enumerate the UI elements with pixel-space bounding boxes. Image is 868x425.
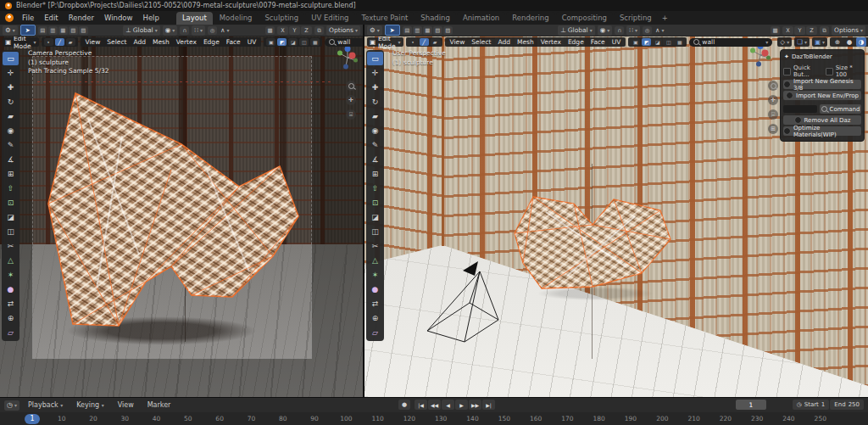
tool-add-cube[interactable]: ⊞	[367, 167, 383, 181]
tool-loop-cut[interactable]: ◫	[367, 225, 383, 238]
tool-poly-build[interactable]: △	[3, 254, 19, 267]
tool-edge-slide[interactable]: ⇄	[3, 297, 19, 310]
camera-view-icon[interactable]: ⌻	[768, 109, 778, 120]
mirror-axis-button[interactable]: Z	[806, 26, 817, 35]
menu-item[interactable]: Help	[137, 12, 164, 25]
current-frame-field[interactable]: 1	[736, 400, 766, 410]
pivot-dropdown[interactable]: ◉▾	[163, 25, 178, 36]
tool-move[interactable]: ✚	[3, 81, 19, 94]
select-mode-vertex[interactable]: •	[44, 38, 53, 46]
sculpture-mesh-left[interactable]	[37, 85, 307, 336]
workspace-tab[interactable]: Modeling	[214, 12, 259, 25]
viewport-menu-item[interactable]: UV	[609, 38, 624, 46]
daz-action-button[interactable]: Optimize Materials(WIP)	[783, 126, 861, 136]
viewport-menu-item[interactable]: Add	[131, 38, 148, 46]
viewport-menu-item[interactable]: Edge	[565, 38, 587, 46]
blender-menu-icon[interactable]	[5, 14, 14, 22]
tool-move[interactable]: ✚	[367, 81, 383, 94]
view-menu[interactable]: View	[113, 400, 139, 411]
tool-toggle-3[interactable]: ▦	[423, 26, 432, 35]
tool-toggle-4[interactable]: ▧	[433, 26, 442, 35]
start-frame-field[interactable]: ◷Start1	[793, 400, 830, 410]
viewport-menu-item[interactable]: Edge	[201, 38, 222, 46]
tool-bevel[interactable]: ◪	[367, 210, 383, 224]
pan-hand-icon[interactable]: ✛	[768, 95, 778, 105]
gizmo-dropdown[interactable]: ◇▾	[777, 37, 792, 47]
playhead-current-frame[interactable]: 1	[25, 414, 40, 424]
shading-material[interactable]: ◑	[856, 37, 866, 47]
options-dropdown[interactable]: Options▾	[832, 25, 865, 36]
tool-shear[interactable]: ▱	[3, 326, 19, 339]
tool-annotate[interactable]: ✎	[3, 138, 19, 152]
viewport-right-canvas[interactable]: ▣Edit Mode▾ •╱▰ ViewSelectAddMeshVertexE…	[364, 36, 868, 397]
tool-cursor[interactable]: ✛	[367, 66, 383, 80]
pan-hand-icon[interactable]: ✛	[346, 95, 356, 105]
select-mode-edge[interactable]: ╱	[420, 38, 429, 46]
tool-knife[interactable]: ✂	[3, 239, 19, 253]
tool-knife[interactable]: ✂	[367, 239, 383, 253]
tool-add-cube[interactable]: ⊞	[3, 167, 19, 181]
tool-transform[interactable]: ◉	[3, 124, 19, 137]
zoom-icon[interactable]	[346, 81, 356, 91]
add-workspace-button[interactable]: +	[658, 12, 672, 25]
playback-button[interactable]: ▶▶	[469, 400, 481, 410]
header-toggle-4[interactable]: ◫	[664, 38, 673, 46]
shading-solid[interactable]: ●	[844, 37, 854, 47]
menu-item[interactable]: Window	[99, 12, 138, 25]
workspace-tab[interactable]: Shading	[415, 12, 456, 25]
tool-settings-dropdown[interactable]: ⚙▾	[3, 25, 18, 36]
end-frame-field[interactable]: End250	[830, 400, 864, 410]
viewport-menu-item[interactable]: Mesh	[150, 38, 172, 46]
tool-poly-build[interactable]: △	[367, 254, 383, 267]
tool-spin[interactable]: ✶	[367, 268, 383, 282]
falloff-dropdown[interactable]: ∧▾	[220, 25, 231, 36]
viewport-menu-item[interactable]: Select	[469, 38, 493, 46]
snap-magnet-toggle[interactable]: ∩	[180, 26, 189, 35]
tool-select-box[interactable]: ▭	[367, 52, 383, 65]
auto-keying-button[interactable]: ●	[398, 400, 410, 410]
daz-panel-header[interactable]: ✦ DazToBlender	[783, 53, 861, 63]
tool-toggle-2[interactable]: ▥	[413, 26, 422, 35]
tool-rotate[interactable]: ↻	[367, 95, 383, 109]
viewport-menu-item[interactable]: Face	[588, 38, 608, 46]
select-mode-vertex[interactable]: •	[409, 38, 418, 46]
mirror-axis-button[interactable]: Y	[794, 26, 805, 35]
orientation-dropdown[interactable]: ⊥Global▾	[558, 25, 595, 36]
tool-shear[interactable]: ▱	[367, 326, 383, 339]
tool-toggle-1[interactable]: ▤	[38, 26, 47, 35]
search-input[interactable]: wall▾	[689, 38, 772, 47]
header-toggle-3[interactable]: ◪	[288, 38, 298, 46]
tool-toggle-1[interactable]: ▤	[403, 26, 412, 35]
tool-settings-dropdown[interactable]: ⚙▾	[367, 25, 382, 36]
command-button[interactable]: Command	[820, 104, 861, 114]
snap-base-icon[interactable]: ⧉	[314, 26, 324, 35]
header-toggle-2[interactable]: ◩	[642, 38, 651, 46]
tool-toggle-5[interactable]: ▨	[79, 26, 88, 35]
snap-target-dropdown[interactable]: ∷▾	[192, 25, 205, 36]
camera-object[interactable]	[420, 259, 505, 344]
tool-inset-faces[interactable]: ⊡	[3, 196, 19, 210]
playback-button[interactable]: ◀	[442, 400, 454, 410]
daz-action-button[interactable]: Remove All Daz	[783, 115, 861, 125]
tool-cursor[interactable]: ✛	[3, 66, 19, 80]
tool-spin[interactable]: ✶	[3, 268, 19, 282]
menu-item[interactable]: File	[17, 12, 39, 25]
size-100-checkbox[interactable]	[826, 68, 833, 75]
search-input[interactable]: wall▾	[325, 38, 363, 47]
tool-annotate[interactable]: ✎	[367, 138, 383, 152]
active-tool-button[interactable]: ➤	[20, 25, 36, 36]
mirror-axis-button[interactable]: Z	[301, 26, 312, 35]
falloff-dropdown[interactable]: ∧▾	[654, 25, 665, 36]
viewport-menu-item[interactable]: Face	[224, 38, 243, 46]
tool-rotate[interactable]: ↻	[3, 95, 19, 109]
select-mode-face[interactable]: ▰	[431, 38, 440, 46]
snap-base-icon[interactable]: ⧉	[820, 26, 829, 35]
workspace-tab[interactable]: Texture Paint	[356, 12, 415, 25]
command-input[interactable]	[783, 105, 817, 113]
viewport-menu-item[interactable]: Mesh	[515, 38, 537, 46]
shading-wireframe[interactable]: ⊕	[832, 37, 843, 47]
viewport-menu-item[interactable]: Add	[495, 38, 513, 46]
marker-menu[interactable]: Marker	[142, 400, 176, 411]
tool-scale[interactable]: ▰	[367, 109, 383, 123]
ortho-grid-icon[interactable]: ⊞	[768, 124, 778, 134]
